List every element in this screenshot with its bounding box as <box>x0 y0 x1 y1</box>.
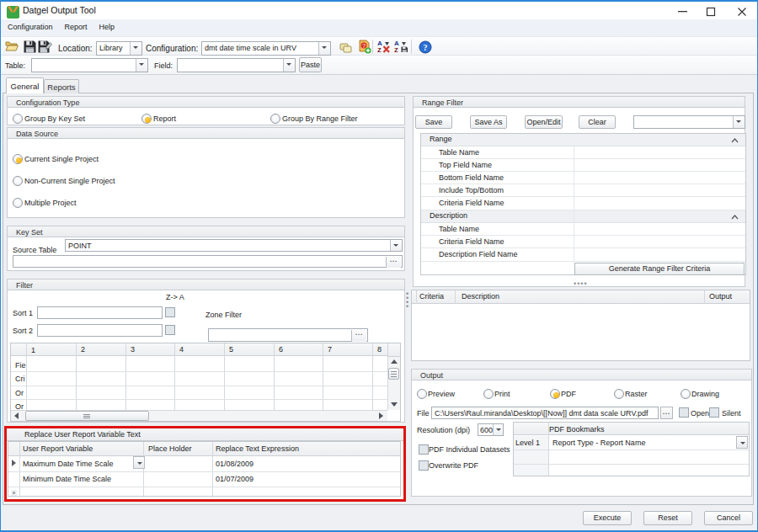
svg-text:Z: Z <box>377 46 382 53</box>
svg-text:?: ? <box>424 43 428 52</box>
svg-text:Z: Z <box>394 46 398 53</box>
svg-text:?: ? <box>362 42 366 50</box>
